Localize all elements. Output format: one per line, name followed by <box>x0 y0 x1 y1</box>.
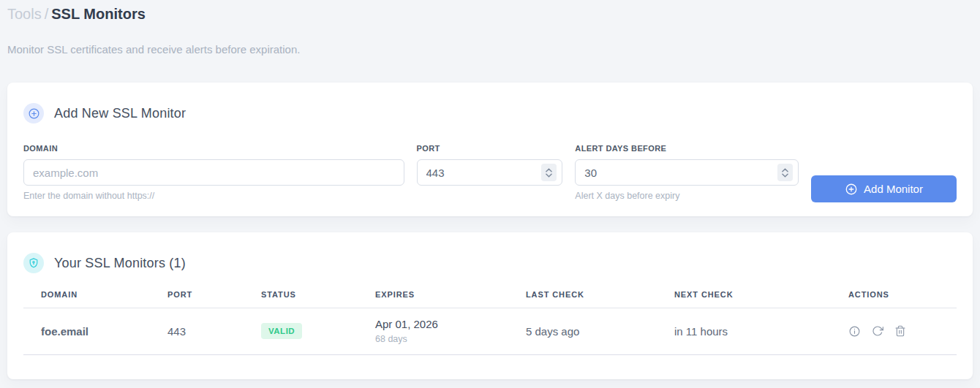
chevron-down-icon <box>782 173 788 178</box>
monitors-table: DOMAIN PORT STATUS EXPIRES LAST CHECK NE… <box>23 290 957 355</box>
delete-button[interactable] <box>894 325 906 337</box>
cell-last-check: 5 days ago <box>526 308 674 355</box>
header-status: STATUS <box>261 290 375 308</box>
refresh-button[interactable] <box>872 325 883 337</box>
alert-days-stepper[interactable] <box>777 164 793 181</box>
domain-label: DOMAIN <box>23 144 404 153</box>
alert-days-label: ALERT DAYS BEFORE <box>575 144 799 153</box>
add-monitor-card: Add New SSL Monitor DOMAIN Enter the dom… <box>7 83 973 216</box>
header-port: PORT <box>167 290 261 308</box>
cell-port: 443 <box>167 308 261 355</box>
plus-circle-badge <box>23 103 44 123</box>
plus-circle-icon <box>845 183 858 196</box>
header-last-check: LAST CHECK <box>526 290 674 308</box>
monitors-card-title: Your SSL Monitors (1) <box>54 256 186 271</box>
add-monitor-button-label: Add Monitor <box>864 183 923 195</box>
domain-input[interactable] <box>23 159 404 186</box>
alert-days-helper-text: Alert X days before expiry <box>575 191 799 201</box>
add-monitor-card-title: Add New SSL Monitor <box>54 106 186 121</box>
plus-circle-icon <box>28 107 40 120</box>
header-next-check: NEXT CHECK <box>674 290 825 308</box>
port-stepper[interactable] <box>541 164 557 181</box>
breadcrumb: Tools/SSL Monitors <box>7 4 973 23</box>
add-monitor-button[interactable]: Add Monitor <box>811 175 957 202</box>
port-field-group: PORT <box>417 144 563 186</box>
header-actions: ACTIONS <box>825 290 957 308</box>
cell-actions <box>825 308 957 355</box>
table-row: foe.email 443 VALID Apr 01, 2026 68 days… <box>23 308 957 355</box>
refresh-icon <box>872 325 883 337</box>
header-expires: EXPIRES <box>375 290 526 308</box>
chevron-up-icon <box>546 168 552 172</box>
breadcrumb-separator: / <box>42 6 52 22</box>
shield-badge <box>23 253 44 273</box>
monitors-card-header: Your SSL Monitors (1) <box>7 253 973 273</box>
port-label: PORT <box>417 144 563 153</box>
alert-days-input[interactable] <box>575 159 799 186</box>
cell-domain: foe.email <box>23 308 167 355</box>
info-button[interactable] <box>848 325 861 338</box>
cell-status: VALID <box>261 308 375 355</box>
header-domain: DOMAIN <box>23 290 167 308</box>
shield-icon <box>28 257 39 269</box>
add-monitor-card-header: Add New SSL Monitor <box>23 103 957 123</box>
domain-field-group: DOMAIN Enter the domain without https:// <box>23 144 404 201</box>
table-header-row: DOMAIN PORT STATUS EXPIRES LAST CHECK NE… <box>23 290 957 308</box>
monitors-list-card: Your SSL Monitors (1) DOMAIN PORT STATUS… <box>7 232 973 379</box>
status-badge: VALID <box>261 323 302 339</box>
ssl-monitors-page: Tools/SSL Monitors Monitor SSL certifica… <box>0 0 980 379</box>
alert-days-field-group: ALERT DAYS BEFORE Alert X days before ex… <box>575 144 799 201</box>
page-title: SSL Monitors <box>51 6 146 22</box>
breadcrumb-tools-link[interactable]: Tools <box>7 6 42 22</box>
cell-next-check: in 11 hours <box>674 308 825 355</box>
page-subtitle: Monitor SSL certificates and receive ale… <box>7 43 973 56</box>
add-monitor-form: DOMAIN Enter the domain without https://… <box>23 144 957 202</box>
expires-days-remaining: 68 days <box>375 335 526 344</box>
chevron-up-icon <box>782 168 788 172</box>
trash-icon <box>894 325 906 337</box>
chevron-down-icon <box>546 173 552 178</box>
expires-date: Apr 01, 2026 <box>375 318 526 331</box>
cell-expires: Apr 01, 2026 68 days <box>375 308 526 355</box>
info-icon <box>848 325 861 338</box>
domain-helper-text: Enter the domain without https:// <box>23 191 404 201</box>
